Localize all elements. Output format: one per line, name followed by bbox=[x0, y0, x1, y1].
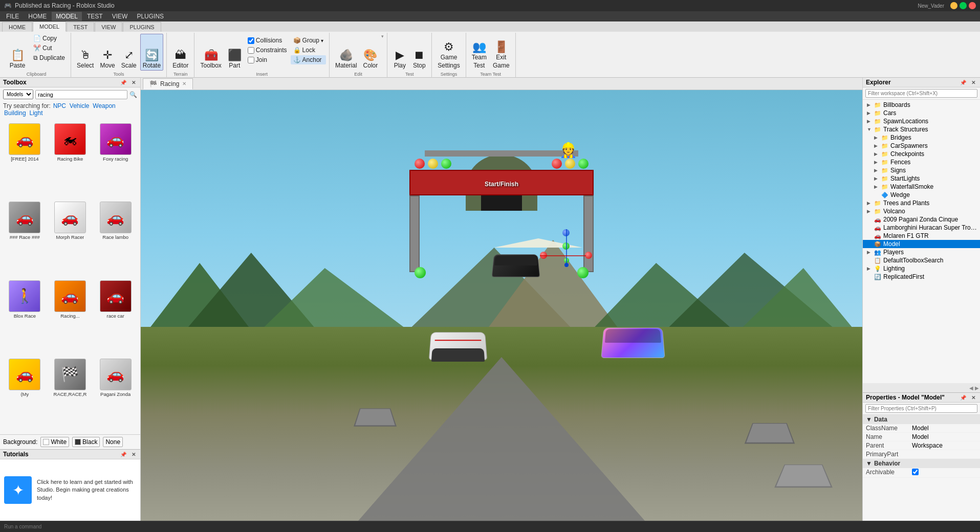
archivable-checkbox[interactable] bbox=[912, 469, 919, 475]
explorer-pin-button[interactable]: 📌 bbox=[959, 80, 968, 85]
collisions-checkbox[interactable]: Collisions bbox=[245, 36, 290, 45]
minimize-button[interactable] bbox=[950, 2, 957, 9]
exit-game-button[interactable]: 🚪 Exit Game bbox=[490, 34, 512, 71]
tag-building[interactable]: Building bbox=[4, 109, 26, 117]
list-item[interactable]: 🚗 Pagani Zonda bbox=[94, 356, 137, 432]
rotate-button[interactable]: 🔄 Rotate bbox=[140, 34, 163, 71]
tree-item-signs[interactable]: ▶ 📁 Signs bbox=[863, 166, 980, 174]
prop-name[interactable]: Name Model bbox=[863, 433, 980, 441]
bg-black-button[interactable]: Black bbox=[72, 437, 100, 447]
tree-item-lighting[interactable]: ▶ 💡 Lighting bbox=[863, 264, 980, 273]
toolbox-close-button[interactable]: ✕ bbox=[130, 80, 137, 85]
list-item[interactable]: 🚗 (My bbox=[3, 356, 47, 432]
constraints-checkbox[interactable]: Constraints bbox=[245, 46, 290, 55]
move-button[interactable]: ✛ Move bbox=[97, 34, 117, 71]
tree-item-pagani2009[interactable]: 🚗 2009 Pagani Zonda Cinque bbox=[863, 215, 980, 224]
join-checkbox[interactable]: Join bbox=[245, 55, 290, 64]
tree-item-model[interactable]: 📦 Model bbox=[863, 240, 980, 248]
paste-button[interactable]: 📋 Paste bbox=[5, 34, 30, 71]
tree-item-carspawners[interactable]: ▶ 📁 CarSpawners bbox=[863, 142, 980, 150]
tab-model[interactable]: MODEL bbox=[33, 21, 66, 32]
tag-weapon[interactable]: Weapon bbox=[93, 102, 115, 109]
tag-vehicle[interactable]: Vehicle bbox=[70, 102, 90, 109]
cut-button[interactable]: ✂️ Cut bbox=[31, 43, 68, 53]
toolbox-button[interactable]: 🧰 Toolbox bbox=[198, 34, 224, 71]
tag-npc[interactable]: NPC bbox=[53, 102, 66, 109]
list-item[interactable]: 🚗 race car bbox=[94, 278, 137, 354]
game-canvas[interactable]: Start/Finish bbox=[141, 90, 862, 521]
tutorials-pin-button[interactable]: 📌 bbox=[119, 452, 128, 457]
list-item[interactable]: 🏁 RACE,RACE,R bbox=[49, 356, 92, 432]
terrain-editor-button[interactable]: 🏔 Editor bbox=[170, 34, 191, 71]
tree-item-players[interactable]: ▶ 👥 Players bbox=[863, 248, 980, 256]
tree-item-billboards[interactable]: ▶ 📁 Billboards bbox=[863, 101, 980, 109]
explorer-search-input[interactable] bbox=[865, 89, 977, 98]
menu-view[interactable]: VIEW bbox=[108, 12, 132, 21]
tree-item-spawnlocations[interactable]: ▶ 📁 SpawnLocations bbox=[863, 117, 980, 125]
tree-item-cars[interactable]: ▶ 📁 Cars bbox=[863, 109, 980, 117]
list-item[interactable]: 🚗 ### Race ### bbox=[3, 199, 47, 275]
tab-view[interactable]: VIEW bbox=[95, 22, 122, 32]
team-test-button[interactable]: 👥 Team Test bbox=[469, 34, 489, 71]
list-item[interactable]: 🚗 Foxy racing bbox=[94, 121, 137, 197]
game-settings-button[interactable]: ⚙ Game Settings bbox=[435, 34, 462, 71]
list-item[interactable]: 🚗 Morph Racer bbox=[49, 199, 92, 275]
tutorials-close-button[interactable]: ✕ bbox=[130, 452, 137, 457]
list-item[interactable]: 🚗 Race lambo bbox=[94, 199, 137, 275]
tree-item-trackstructures[interactable]: ▼ 📁 Track Structures bbox=[863, 125, 980, 134]
anchor-button[interactable]: ⚓ Anchor bbox=[291, 55, 326, 64]
menu-plugins[interactable]: PLUGINS bbox=[133, 12, 168, 21]
explorer-close-button[interactable]: ✕ bbox=[970, 80, 977, 85]
tree-item-replicatedfirst[interactable]: 🔄 ReplicatedFirst bbox=[863, 273, 980, 281]
list-item[interactable]: 🚗 [FREE] 2014 bbox=[3, 121, 47, 197]
menu-home[interactable]: HOME bbox=[24, 12, 51, 21]
user-account[interactable]: New_Vader bbox=[918, 3, 944, 9]
tab-home[interactable]: HOME bbox=[2, 22, 32, 32]
color-button[interactable]: 🎨 Color bbox=[361, 34, 381, 71]
maximize-button[interactable] bbox=[960, 2, 967, 9]
bg-white-button[interactable]: White bbox=[40, 437, 69, 447]
list-item[interactable]: 🏍 Racing Bike bbox=[49, 121, 92, 197]
tree-item-bridges[interactable]: ▶ 📁 Bridges bbox=[863, 134, 980, 142]
copy-button[interactable]: 📄 Copy bbox=[31, 34, 68, 43]
toolbox-pin-button[interactable]: 📌 bbox=[119, 80, 128, 85]
command-input[interactable] bbox=[4, 524, 158, 529]
tree-item-checkpoints[interactable]: ▶ 📁 Checkpoints bbox=[863, 150, 980, 158]
group-button[interactable]: 📦 Group ▾ bbox=[291, 36, 326, 45]
tutorials-content[interactable]: ✦ Click here to learn and get started wi… bbox=[0, 459, 140, 521]
menu-model[interactable]: MODEL bbox=[52, 12, 82, 21]
tab-racing[interactable]: 🏁 Racing ✕ bbox=[143, 78, 193, 90]
tree-item-treesandplants[interactable]: ▶ 📁 Trees and Plants bbox=[863, 199, 980, 207]
search-icon[interactable]: 🔍 bbox=[129, 91, 137, 98]
stop-button[interactable]: ⏹ Stop bbox=[410, 34, 428, 71]
menu-file[interactable]: FILE bbox=[2, 12, 23, 21]
material-button[interactable]: 🪨 Material bbox=[333, 34, 360, 71]
menu-test[interactable]: TEST bbox=[83, 12, 107, 21]
bg-none-button[interactable]: None bbox=[103, 437, 123, 447]
tab-test[interactable]: TEST bbox=[67, 22, 94, 32]
list-item[interactable]: 🚗 Racing... bbox=[49, 278, 92, 354]
select-button[interactable]: 🖱 Select bbox=[74, 34, 96, 71]
prop-archivable[interactable]: Archivable bbox=[863, 468, 980, 478]
duplicate-button[interactable]: ⧉ Duplicate bbox=[31, 53, 68, 62]
explorer-scrollbar[interactable]: ◀ ▶ bbox=[863, 383, 980, 392]
tab-racing-close[interactable]: ✕ bbox=[182, 81, 186, 86]
scale-button[interactable]: ⤢ Scale bbox=[119, 34, 139, 71]
properties-close-button[interactable]: ✕ bbox=[970, 395, 977, 401]
tree-item-defaulttoolboxsearch[interactable]: 📋 DefaultToolboxSearch bbox=[863, 256, 980, 264]
play-button[interactable]: ▶ Play bbox=[390, 34, 409, 71]
prop-parent[interactable]: Parent Workspace bbox=[863, 441, 980, 450]
prop-primarypart[interactable]: PrimaryPart bbox=[863, 450, 980, 459]
tab-plugins[interactable]: PLUGINS bbox=[123, 22, 161, 32]
tree-item-fences[interactable]: ▶ 📁 Fences bbox=[863, 158, 980, 166]
tree-item-mclaren[interactable]: 🚗 Mclaren F1 GTR bbox=[863, 232, 980, 240]
toolbox-search-input[interactable] bbox=[35, 90, 127, 99]
tree-item-lamborghini[interactable]: 🚗 Lamborghini Huracan Super Trofeo '15 bbox=[863, 224, 980, 232]
toolbox-category-select[interactable]: Models bbox=[3, 90, 33, 99]
tree-item-volcano[interactable]: ▶ 📁 Volcano bbox=[863, 207, 980, 215]
list-item[interactable]: 🚶 Blox Race bbox=[3, 278, 47, 354]
lock-button[interactable]: 🔒 Lock bbox=[291, 46, 326, 55]
tree-item-wedge[interactable]: 🔷 Wedge bbox=[863, 191, 980, 199]
properties-search-input[interactable] bbox=[865, 404, 977, 413]
tag-light[interactable]: Light bbox=[29, 109, 42, 117]
